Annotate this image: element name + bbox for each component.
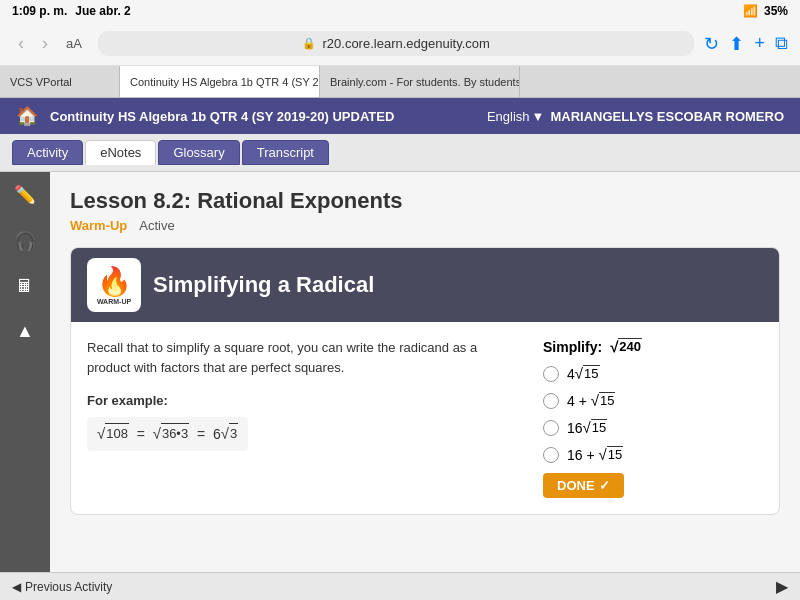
browser-actions: ↻ ⬆ + ⧉ bbox=[704, 33, 788, 55]
math-sqrt1: √108 = √36•3 = 6 √3 bbox=[97, 426, 238, 442]
radio-4[interactable] bbox=[543, 447, 559, 463]
next-button[interactable]: ▶ bbox=[776, 577, 788, 596]
user-name: MARIANGELLYS ESCOBAR ROMERO bbox=[550, 109, 784, 124]
pencil-icon[interactable]: ✏️ bbox=[10, 180, 40, 210]
badge-text: WARM-UP bbox=[97, 298, 131, 305]
browser-nav: ‹ › aA bbox=[12, 31, 88, 56]
tab-vcs[interactable]: VCS VPortal bbox=[0, 66, 120, 97]
simplify-label: Simplify: √240 bbox=[543, 338, 763, 355]
card-right: Simplify: √240 4 √15 bbox=[543, 338, 763, 498]
share-button[interactable]: ⬆ bbox=[729, 33, 744, 55]
app-header-right: English ▼ MARIANGELLYS ESCOBAR ROMERO bbox=[487, 109, 784, 124]
checkmark-icon: ✓ bbox=[599, 478, 610, 493]
warm-up-badge: 🔥 WARM-UP bbox=[87, 258, 141, 312]
example-label: For example: bbox=[87, 391, 523, 411]
main-area: ✏️ 🎧 🖩 ▲ Lesson 8.2: Rational Exponents … bbox=[0, 172, 800, 572]
language-selector[interactable]: English ▼ bbox=[487, 109, 545, 124]
sidebar: ✏️ 🎧 🖩 ▲ bbox=[0, 172, 50, 572]
calculator-icon[interactable]: 🖩 bbox=[12, 272, 38, 301]
option-4[interactable]: 16 + √15 bbox=[543, 446, 763, 463]
lesson-meta: Warm-Up Active bbox=[70, 218, 780, 233]
warm-up-label: Warm-Up bbox=[70, 218, 127, 233]
lock-icon: 🔒 bbox=[302, 37, 316, 50]
prev-label: Previous Activity bbox=[25, 580, 112, 594]
previous-activity-button[interactable]: ◀ Previous Activity bbox=[12, 580, 112, 594]
flame-icon: 🔥 bbox=[97, 265, 132, 298]
tab-brainly-label: Brainly.com - For students. By students. bbox=[330, 76, 520, 88]
radio-1[interactable] bbox=[543, 366, 559, 382]
language-label: English bbox=[487, 109, 530, 124]
tab-glossary[interactable]: Glossary bbox=[158, 140, 239, 165]
tab-activity-label: Activity bbox=[27, 145, 68, 160]
option-3[interactable]: 16 √15 bbox=[543, 419, 763, 436]
tab-enotes[interactable]: eNotes bbox=[85, 140, 156, 165]
lesson-title: Lesson 8.2: Rational Exponents bbox=[70, 188, 780, 214]
battery: 35% bbox=[764, 4, 788, 18]
radio-3[interactable] bbox=[543, 420, 559, 436]
app-tabs-row: Activity eNotes Glossary Transcript bbox=[0, 134, 800, 172]
option-2-label: 4 + √15 bbox=[567, 392, 615, 409]
chevron-down-icon: ▼ bbox=[532, 109, 545, 124]
status-bar: 1:09 p. m. Jue abr. 2 📶 35% bbox=[0, 0, 800, 22]
app-title: Continuity HS Algebra 1b QTR 4 (SY 2019-… bbox=[50, 109, 487, 124]
tab-brainly[interactable]: Brainly.com - For students. By students. bbox=[320, 66, 520, 97]
radio-2[interactable] bbox=[543, 393, 559, 409]
chevron-up-icon[interactable]: ▲ bbox=[12, 317, 38, 346]
next-arrow-icon: ▶ bbox=[776, 578, 788, 595]
card-body: Recall that to simplify a square root, y… bbox=[71, 322, 779, 514]
option-4-label: 16 + √15 bbox=[567, 446, 623, 463]
home-icon[interactable]: 🏠 bbox=[16, 105, 38, 127]
card-left: Recall that to simplify a square root, y… bbox=[87, 338, 523, 498]
browser-tabs: VCS VPortal Continuity HS Algebra 1b QTR… bbox=[0, 66, 800, 98]
active-status: Active bbox=[139, 218, 174, 233]
card-header: 🔥 WARM-UP Simplifying a Radical bbox=[71, 248, 779, 322]
card-title: Simplifying a Radical bbox=[153, 272, 374, 298]
reader-button[interactable]: aA bbox=[60, 31, 88, 56]
forward-button[interactable]: › bbox=[36, 31, 54, 56]
back-button[interactable]: ‹ bbox=[12, 31, 30, 56]
content-card: 🔥 WARM-UP Simplifying a Radical Recall t… bbox=[70, 247, 780, 515]
bottom-bar: ◀ Previous Activity ▶ bbox=[0, 572, 800, 600]
done-label: DONE bbox=[557, 478, 595, 493]
browser-bar: ‹ › aA 🔒 r20.core.learn.edgenuity.com ↻ … bbox=[0, 22, 800, 66]
tab-edgenuity-label: Continuity HS Algebra 1b QTR 4 (SY 2019-… bbox=[130, 76, 320, 88]
done-button[interactable]: DONE ✓ bbox=[543, 473, 624, 498]
app-header: 🏠 Continuity HS Algebra 1b QTR 4 (SY 201… bbox=[0, 98, 800, 134]
option-3-label: 16 √15 bbox=[567, 419, 607, 436]
tab-glossary-label: Glossary bbox=[173, 145, 224, 160]
tab-activity[interactable]: Activity bbox=[12, 140, 83, 165]
simplify-text: Simplify: bbox=[543, 339, 602, 355]
url-text: r20.core.learn.edgenuity.com bbox=[322, 36, 489, 51]
math-example: √108 = √36•3 = 6 √3 bbox=[87, 417, 248, 452]
refresh-button[interactable]: ↻ bbox=[704, 33, 719, 55]
wifi-icon: 📶 bbox=[743, 4, 758, 18]
tab-transcript[interactable]: Transcript bbox=[242, 140, 329, 165]
new-tab-button[interactable]: + bbox=[754, 33, 765, 55]
content-area: Lesson 8.2: Rational Exponents Warm-Up A… bbox=[50, 172, 800, 572]
option-2[interactable]: 4 + √15 bbox=[543, 392, 763, 409]
url-bar[interactable]: 🔒 r20.core.learn.edgenuity.com bbox=[98, 31, 695, 56]
tabs-button[interactable]: ⧉ bbox=[775, 33, 788, 55]
time: 1:09 p. m. bbox=[12, 4, 67, 18]
instruction-text: Recall that to simplify a square root, y… bbox=[87, 338, 523, 377]
option-1-label: 4 √15 bbox=[567, 365, 600, 382]
tab-enotes-label: eNotes bbox=[100, 145, 141, 160]
headphones-icon[interactable]: 🎧 bbox=[10, 226, 40, 256]
tab-edgenuity[interactable]: Continuity HS Algebra 1b QTR 4 (SY 2019-… bbox=[120, 66, 320, 97]
date: Jue abr. 2 bbox=[75, 4, 130, 18]
tab-transcript-label: Transcript bbox=[257, 145, 314, 160]
option-1[interactable]: 4 √15 bbox=[543, 365, 763, 382]
tab-vcs-label: VCS VPortal bbox=[10, 76, 72, 88]
prev-arrow-icon: ◀ bbox=[12, 580, 21, 594]
simplify-expression: √240 bbox=[606, 338, 642, 355]
